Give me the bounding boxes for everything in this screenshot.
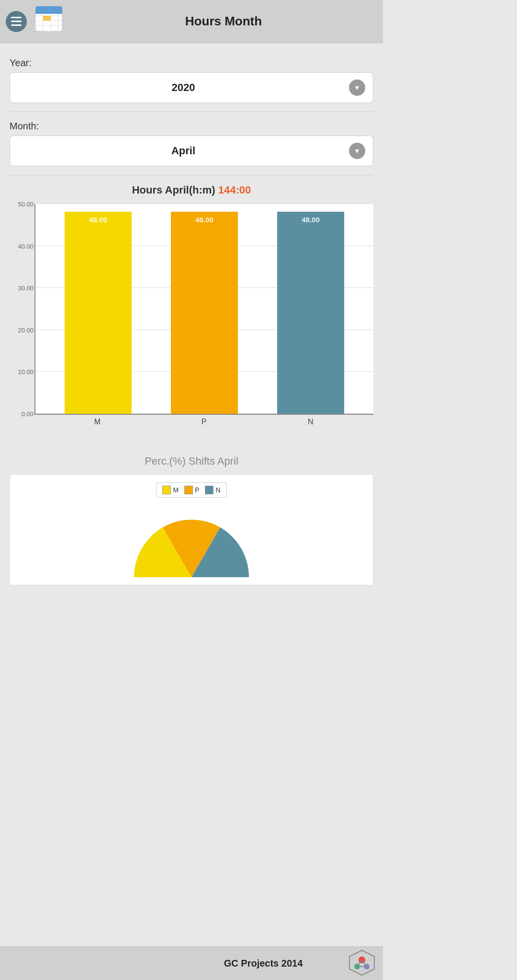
svg-rect-2 xyxy=(35,12,62,14)
grid-label-0: 0.00 xyxy=(11,410,34,418)
bar-m: 48.00 xyxy=(65,212,132,414)
divider-1 xyxy=(10,112,373,112)
page-title: Hours Month xyxy=(70,14,377,29)
legend-label-m: M xyxy=(173,486,179,494)
x-label-n: N xyxy=(257,418,364,426)
bar-n: 48.00 xyxy=(277,212,344,414)
pie-svg xyxy=(124,505,258,577)
grid-label-50: 50.00 xyxy=(11,201,34,208)
x-label-m: M xyxy=(44,418,151,426)
app-header: Hours Month xyxy=(0,0,383,43)
bar-n-value: 48.00 xyxy=(302,216,320,224)
divider-2 xyxy=(10,175,373,175)
month-dropdown-arrow[interactable] xyxy=(349,143,365,159)
menu-button[interactable] xyxy=(6,11,27,32)
month-dropdown[interactable]: April xyxy=(10,136,373,166)
bar-chart-title-value: 144:00 xyxy=(218,184,251,196)
legend-label-n: N xyxy=(215,486,220,494)
app-icon xyxy=(32,2,70,41)
main-content: Year: 2020 Month: April Hours April(h:m)… xyxy=(0,43,383,633)
year-label: Year: xyxy=(10,57,373,68)
legend-swatch-p xyxy=(184,486,193,494)
pie-chart-section: Perc.(%) Shifts April M P N xyxy=(10,455,373,585)
grid-label-10: 10.00 xyxy=(11,368,34,376)
year-dropdown-arrow[interactable] xyxy=(349,80,365,96)
pie-legend: M P N xyxy=(156,482,226,498)
grid-label-20: 20.00 xyxy=(11,326,34,333)
svg-rect-9 xyxy=(43,16,51,21)
grid-label-40: 40.00 xyxy=(11,242,34,250)
year-dropdown[interactable]: 2020 xyxy=(10,72,373,103)
legend-item-n: N xyxy=(205,486,220,494)
bar-chart-area: 50.00 40.00 30.00 20.00 10.00 0.00 xyxy=(34,204,373,415)
pie-chart-title: Perc.(%) Shifts April xyxy=(10,455,373,467)
legend-label-p: P xyxy=(195,486,199,494)
bar-chart-title-text: Hours April(h:m) xyxy=(132,184,215,196)
legend-item-p: P xyxy=(184,486,199,494)
bar-group-p: 48.00 xyxy=(151,204,258,414)
legend-swatch-n xyxy=(205,486,214,494)
month-label: Month: xyxy=(10,121,373,132)
bar-p-value: 48.00 xyxy=(195,216,214,224)
month-value: April xyxy=(18,145,349,157)
bar-p: 48.00 xyxy=(171,212,238,414)
pie-container: M P N xyxy=(10,474,373,585)
x-label-p: P xyxy=(151,418,258,426)
pie-svg-container xyxy=(124,505,258,577)
bar-chart-wrapper: 50.00 40.00 30.00 20.00 10.00 0.00 xyxy=(10,204,373,441)
legend-item-m: M xyxy=(162,486,179,494)
footer-title: GC Projects 2014 xyxy=(178,958,348,969)
app-footer: GC Projects 2014 xyxy=(0,946,383,980)
bar-chart-section: Hours April(h:m) 144:00 50.00 40.00 30.0… xyxy=(10,184,373,441)
bar-chart-title: Hours April(h:m) 144:00 xyxy=(10,184,373,196)
legend-swatch-m xyxy=(162,486,171,494)
bar-group-m: 48.00 xyxy=(45,204,151,414)
footer-logo xyxy=(348,949,375,978)
bars-container: 48.00 48.00 48.00 xyxy=(35,204,373,414)
svg-marker-10 xyxy=(45,31,53,34)
x-axis-labels: M P N xyxy=(34,415,373,426)
year-value: 2020 xyxy=(18,81,349,94)
bar-group-n: 48.00 xyxy=(258,204,364,414)
bar-m-value: 48.00 xyxy=(89,216,107,224)
grid-label-30: 30.00 xyxy=(11,285,34,292)
